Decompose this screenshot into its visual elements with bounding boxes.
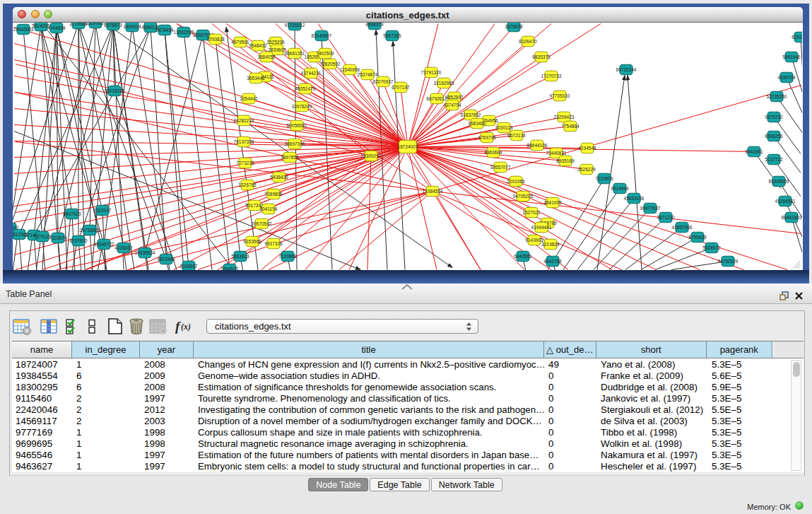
svg-text:4842788: 4842788 [543,259,562,264]
svg-text:f: f [175,319,181,334]
svg-text:4679591: 4679591 [231,40,249,45]
svg-text:9375710: 9375710 [765,115,783,119]
svg-text:1527021: 1527021 [522,210,541,215]
svg-text:7210606: 7210606 [595,176,613,181]
svg-text:4539704: 4539704 [777,75,796,80]
svg-text:7754864: 7754864 [561,124,579,129]
svg-text:9937326: 9937326 [264,241,283,246]
svg-text:97705310: 97705310 [550,93,570,98]
svg-text:45264581: 45264581 [775,199,796,204]
svg-text:9683481: 9683481 [468,121,486,126]
svg-text:7700828: 7700828 [206,37,225,42]
svg-text:9548432: 9548432 [249,43,267,48]
svg-text:94705205: 94705205 [513,194,534,199]
svg-text:66792612: 66792612 [427,96,447,101]
svg-text:84752529: 84752529 [718,259,739,264]
svg-text:50056581: 50056581 [287,123,307,128]
svg-text:7402509: 7402509 [316,51,334,56]
svg-text:3030113: 3030113 [495,125,513,130]
svg-text:6438436: 6438436 [270,175,288,180]
svg-text:1054447: 1054447 [240,96,258,101]
svg-text:9852897: 9852897 [445,95,464,100]
svg-text:7120868: 7120868 [278,254,297,259]
svg-text:72820592: 72820592 [320,62,341,66]
svg-text:7089806: 7089806 [264,192,283,197]
svg-text:5137722: 5137722 [765,157,783,162]
svg-text:49349722: 49349722 [94,242,114,247]
svg-text:45351479: 45351479 [295,86,316,91]
svg-text:97226012: 97226012 [285,23,305,28]
svg-text:4194548: 4194548 [578,146,596,151]
svg-text:6707197: 6707197 [392,85,410,90]
svg-text:24942603: 24942603 [13,27,34,32]
svg-text:36697396: 36697396 [285,141,305,146]
svg-text:5528972: 5528972 [702,245,721,250]
svg-text:19335534: 19335534 [135,250,155,255]
svg-text:5667265: 5667265 [383,33,401,38]
svg-text:4841005: 4841005 [543,200,562,205]
svg-text:2191066: 2191066 [507,179,525,184]
svg-text:66661351: 66661351 [285,51,305,56]
svg-text:1499914: 1499914 [123,24,141,29]
svg-text:2525206: 2525206 [266,40,285,45]
svg-text:32162965: 32162965 [434,81,454,86]
svg-text:8755439: 8755439 [688,235,707,240]
svg-text:(x): (x) [181,322,191,332]
svg-text:8078673: 8078673 [104,23,122,28]
svg-text:43744231: 43744231 [301,71,322,76]
svg-text:2322047: 2322047 [93,208,112,213]
svg-text:33978249: 33978249 [292,104,312,109]
svg-text:42857966: 42857966 [672,225,693,230]
svg-text:18724007: 18724007 [398,144,418,149]
svg-text:6672134: 6672134 [507,133,526,138]
svg-text:39557077: 39557077 [490,165,511,170]
svg-text:45833156: 45833156 [624,196,645,201]
svg-text:73440831: 73440831 [546,151,567,156]
svg-text:3684052: 3684052 [257,54,276,59]
svg-text:3653446: 3653446 [247,76,265,81]
svg-text:78137358: 78137358 [234,139,254,144]
svg-text:52235350: 52235350 [767,94,787,99]
svg-text:83197857: 83197857 [86,23,106,25]
svg-text:2338687: 2338687 [180,264,198,269]
svg-text:85345555: 85345555 [769,179,789,184]
svg-text:5443951: 5443951 [745,149,763,154]
svg-text:26753883: 26753883 [80,228,100,233]
svg-text:2626229: 2626229 [577,167,596,172]
svg-text:20570592: 20570592 [252,221,272,226]
svg-text:5437923: 5437923 [63,211,81,216]
svg-text:4769795: 4769795 [478,135,496,140]
svg-text:9897858: 9897858 [281,155,299,160]
svg-text:4226067: 4226067 [114,245,133,250]
svg-text:96977837: 96977837 [640,206,661,211]
svg-text:5663623: 5663623 [231,254,249,259]
svg-text:4823498: 4823498 [157,257,175,262]
svg-text:13561597: 13561597 [174,30,194,35]
svg-text:9153566: 9153566 [243,239,261,244]
svg-text:6440561: 6440561 [514,254,532,259]
svg-text:7273233: 7273233 [236,160,254,165]
svg-text:4860684: 4860684 [484,150,502,155]
svg-text:93016315: 93016315 [105,88,125,93]
svg-text:8106470: 8106470 [519,39,537,44]
svg-text:24282218: 24282218 [234,118,254,123]
svg-text:9478454: 9478454 [155,28,174,33]
svg-text:51837852: 51837852 [461,112,481,117]
svg-text:86644106: 86644106 [527,143,548,148]
svg-text:73791320: 73791320 [421,70,442,75]
svg-text:6292423: 6292423 [792,35,802,40]
svg-text:4698379: 4698379 [365,23,384,27]
svg-text:3871230: 3871230 [657,215,675,220]
svg-text:7022674: 7022674 [49,235,67,240]
svg-text:1326765: 1326765 [238,182,257,187]
svg-text:2694522: 2694522 [220,267,239,270]
svg-text:23209423: 23209423 [554,115,575,119]
svg-text:3219824: 3219824 [541,242,560,247]
svg-text:15300297: 15300297 [361,153,382,158]
svg-text:5491946: 5491946 [782,54,801,59]
svg-text:8707870: 8707870 [69,238,88,243]
svg-text:3678638: 3678638 [505,24,523,29]
svg-text:11540956: 11540956 [340,67,360,72]
svg-text:17270733: 17270733 [541,74,562,78]
svg-text:83140807: 83140807 [312,33,332,38]
